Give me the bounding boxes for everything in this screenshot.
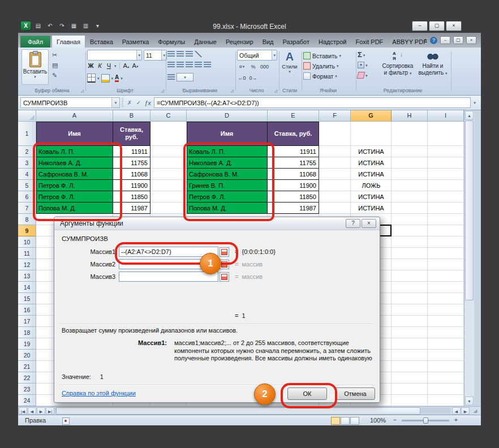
increase-decimal-button[interactable]: ←0	[237, 73, 247, 83]
collapse-ribbon-icon[interactable]: ∧	[423, 37, 427, 43]
row-header-20[interactable]: 20	[18, 350, 36, 361]
row-header-11[interactable]: 11	[18, 248, 36, 259]
cell-A7[interactable]: Попова М. Д.	[36, 203, 113, 214]
row-header-21[interactable]: 21	[18, 361, 36, 372]
column-header-F[interactable]: F	[319, 110, 351, 122]
cell-E7[interactable]: 11987	[268, 203, 319, 214]
select-all-corner[interactable]	[18, 110, 36, 122]
fill-color-icon[interactable]	[101, 74, 110, 83]
cell-D3[interactable]: Николаев А. Д.	[187, 157, 268, 169]
restore-button[interactable]: ▢	[429, 21, 445, 31]
cell-B5[interactable]: 11900	[113, 180, 150, 191]
cell-B4[interactable]: 11068	[113, 169, 150, 180]
number-dialog-launcher-icon[interactable]: ◿	[274, 89, 277, 93]
paste-button[interactable]: Вставить ▾	[21, 49, 49, 85]
chevron-down-icon[interactable]: ▾	[111, 76, 114, 80]
dialog-help-button[interactable]: ?	[346, 219, 360, 228]
resize-grip-icon[interactable]: ◢	[470, 408, 481, 413]
grow-font-button[interactable]: А▴	[123, 62, 130, 70]
format-cells-button[interactable]: Формат▾	[303, 71, 337, 81]
tab-вставка[interactable]: Вставка	[85, 36, 118, 48]
macro-record-icon[interactable]	[62, 417, 70, 425]
cell-E4[interactable]: 11068	[268, 169, 319, 180]
cell-A2[interactable]: Коваль Л. П.	[36, 146, 113, 157]
currency-format-button[interactable]: ¤▾	[237, 62, 247, 71]
vertical-scrollbar[interactable]: ▲ ▼	[464, 110, 474, 406]
cell-B3[interactable]: 11755	[113, 157, 150, 169]
row-header-1[interactable]: 1	[18, 122, 36, 146]
row-header-5[interactable]: 5	[18, 180, 36, 191]
row-header-19[interactable]: 19	[18, 338, 36, 350]
cell-B7[interactable]: 11987	[113, 203, 150, 214]
cell-A5[interactable]: Петров Ф. Л.	[36, 180, 113, 191]
cell-A1[interactable]: Имя	[36, 122, 113, 146]
row-header-3[interactable]: 3	[18, 157, 36, 169]
decrease-indent-icon[interactable]	[195, 62, 202, 68]
column-header-B[interactable]: B	[113, 110, 150, 122]
cell-E5[interactable]: 11900	[268, 180, 319, 191]
row-header-18[interactable]: 18	[18, 327, 36, 338]
align-middle-icon[interactable]	[177, 51, 184, 57]
cancel-button[interactable]: Отмена	[335, 387, 375, 400]
font-size-select[interactable]: 11▾	[144, 50, 167, 61]
font-color-icon[interactable]: А	[115, 74, 119, 82]
chevron-down-icon[interactable]: ▾	[121, 76, 123, 80]
row-header-12[interactable]: 12	[18, 259, 36, 270]
alignment-dialog-launcher-icon[interactable]: ◿	[231, 89, 234, 93]
copy-icon[interactable]: ▤	[52, 62, 58, 69]
tab-надстрой[interactable]: Надстрой	[314, 36, 351, 48]
align-bottom-icon[interactable]	[186, 51, 193, 57]
cell-E2[interactable]: 11911	[268, 146, 319, 157]
tab-разработ[interactable]: Разработ	[278, 36, 314, 48]
cell-B6[interactable]: 11850	[113, 191, 150, 203]
find-select-button[interactable]: Найти ивыделить ▾	[416, 50, 449, 76]
cell-D2[interactable]: Коваль Л. П.	[187, 146, 268, 157]
cell-G5[interactable]: ЛОЖЬ	[351, 180, 392, 191]
row-header-8[interactable]: 8	[18, 214, 36, 225]
font-dialog-launcher-icon[interactable]: ◿	[161, 89, 164, 93]
tab-файл[interactable]: Файл	[20, 36, 50, 48]
normal-view-button[interactable]	[331, 417, 340, 425]
tab-разметка[interactable]: Разметка	[118, 36, 154, 48]
cell-G4[interactable]: ИСТИНА	[351, 169, 392, 180]
row-header-22[interactable]: 22	[18, 372, 36, 384]
last-sheet-button[interactable]: ▶|	[46, 407, 54, 415]
cell-D4[interactable]: Сафронова В. М.	[187, 169, 268, 180]
next-sheet-button[interactable]: ▶	[37, 407, 45, 415]
column-header-C[interactable]: C	[150, 110, 187, 122]
cell-G6[interactable]: ИСТИНА	[351, 191, 392, 203]
insert-cells-button[interactable]: Вставить▾	[303, 51, 341, 61]
tab-foxit-pdf[interactable]: Foxit PDF	[351, 36, 388, 48]
tab-главная[interactable]: Главная	[51, 35, 85, 48]
tab-данные[interactable]: Данные	[190, 36, 221, 48]
italic-button[interactable]: К	[96, 62, 104, 70]
scroll-down-button[interactable]: ▼	[465, 397, 474, 406]
number-format-select[interactable]: Общий▾	[237, 50, 277, 61]
workbook-minimize-icon[interactable]: –	[440, 36, 450, 44]
horizontal-scrollbar-thumb[interactable]	[56, 407, 420, 415]
column-header-G[interactable]: G	[351, 110, 392, 122]
arg-input-3[interactable]	[119, 272, 218, 282]
cell-D1[interactable]: Имя	[187, 122, 268, 146]
align-left-icon[interactable]	[167, 62, 175, 68]
align-center-icon[interactable]	[177, 62, 184, 68]
row-header-7[interactable]: 7	[18, 203, 36, 214]
autosum-button[interactable]: Σ▾	[358, 50, 365, 59]
row-header-24[interactable]: 24	[18, 395, 36, 406]
row-header-4[interactable]: 4	[18, 169, 36, 180]
cell-E6[interactable]: 11850	[268, 191, 319, 203]
column-header-E[interactable]: E	[268, 110, 319, 122]
clear-button[interactable]: ▾	[358, 71, 368, 80]
cell-E3[interactable]: 11755	[268, 157, 319, 169]
cell-B1[interactable]: Ставка, руб.	[113, 122, 150, 146]
cell-G3[interactable]: ИСТИНА	[351, 157, 392, 169]
dialog-close-button[interactable]: ×	[362, 219, 376, 228]
help-icon[interactable]: ?	[430, 37, 437, 44]
ok-button[interactable]: ОК	[287, 387, 327, 400]
cell-A6[interactable]: Петров Ф. Л.	[36, 191, 113, 203]
column-header-A[interactable]: A	[36, 110, 113, 122]
row-header-13[interactable]: 13	[18, 270, 36, 282]
zoom-slider-thumb[interactable]	[423, 417, 428, 424]
cell-B2[interactable]: 11911	[113, 146, 150, 157]
bold-button[interactable]: Ж	[87, 62, 94, 70]
